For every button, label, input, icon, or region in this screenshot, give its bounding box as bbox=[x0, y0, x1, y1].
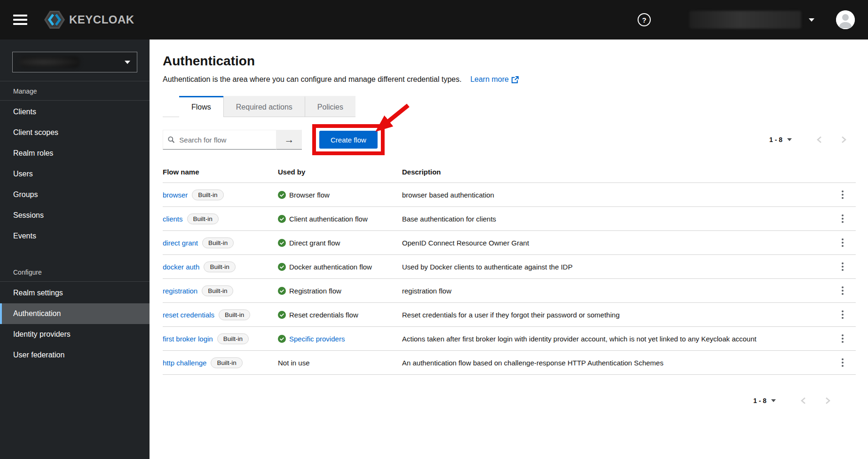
table-row-first-broker-login: first broker loginBuilt-inSpecific provi… bbox=[163, 327, 856, 351]
avatar[interactable] bbox=[836, 10, 855, 29]
flow-link[interactable]: http challenge bbox=[163, 359, 206, 367]
flow-link[interactable]: direct grant bbox=[163, 239, 198, 247]
user-avatar-icon bbox=[836, 10, 855, 29]
flow-link[interactable]: clients bbox=[163, 215, 183, 223]
learn-more-link[interactable]: Learn more bbox=[470, 75, 519, 84]
actions-cell bbox=[829, 356, 856, 369]
used-by-cell: Not in use bbox=[278, 359, 402, 367]
built-in-badge: Built-in bbox=[211, 357, 242, 368]
table-header: Flow name Used by Description bbox=[163, 161, 856, 183]
help-icon[interactable]: ? bbox=[638, 13, 651, 26]
pagination-top: 1 - 8 bbox=[766, 135, 856, 144]
sidebar-item-groups[interactable]: Groups bbox=[0, 184, 150, 205]
brand-text: KEYCLOAK bbox=[69, 13, 134, 26]
chevron-down-icon bbox=[787, 138, 792, 141]
sidebar-nav: ManageClientsClient scopesRealm rolesUse… bbox=[0, 81, 150, 365]
chevron-right-icon bbox=[841, 136, 847, 143]
pagination-range-dropdown[interactable]: 1 - 8 bbox=[766, 135, 795, 144]
pagination-range: 1 - 8 bbox=[753, 397, 766, 404]
sidebar-item-client-scopes[interactable]: Client scopes bbox=[0, 122, 150, 143]
flow-link[interactable]: first broker login bbox=[163, 335, 213, 343]
pagination-nav bbox=[791, 397, 840, 404]
used-by-cell: Reset credentials flow bbox=[278, 311, 402, 319]
used-by-cell: Docker authentication flow bbox=[278, 263, 402, 271]
used-by-link[interactable]: Specific providers bbox=[289, 335, 345, 343]
built-in-badge: Built-in bbox=[219, 309, 250, 320]
search-group: → bbox=[163, 130, 302, 150]
tab-flows[interactable]: Flows bbox=[179, 96, 223, 117]
flow-name-cell: direct grantBuilt-in bbox=[163, 237, 278, 248]
success-check-icon bbox=[278, 215, 286, 223]
column-used-by: Used by bbox=[278, 168, 402, 176]
sidebar-item-users[interactable]: Users bbox=[0, 164, 150, 184]
row-kebab-menu[interactable] bbox=[838, 237, 847, 249]
description-cell: Used by Docker clients to authenticate a… bbox=[402, 263, 829, 271]
success-check-icon bbox=[278, 191, 286, 199]
row-kebab-menu[interactable] bbox=[838, 189, 847, 201]
sidebar-item-realm-settings[interactable]: Realm settings bbox=[0, 283, 150, 303]
keycloak-logo[interactable]: KEYCLOAK bbox=[44, 11, 134, 29]
sidebar-item-events[interactable]: Events bbox=[0, 226, 150, 246]
row-kebab-menu[interactable] bbox=[838, 309, 847, 321]
realm-selector[interactable] bbox=[12, 52, 137, 72]
next-page-button[interactable] bbox=[831, 136, 856, 143]
pagination-bottom-wrap: 1 - 8 bbox=[163, 396, 856, 405]
flow-link[interactable]: docker auth bbox=[163, 263, 199, 271]
row-kebab-menu[interactable] bbox=[838, 261, 847, 273]
row-kebab-menu[interactable] bbox=[838, 213, 847, 225]
row-kebab-menu[interactable] bbox=[838, 285, 847, 297]
nav-toggle-icon[interactable] bbox=[13, 15, 27, 25]
success-check-icon bbox=[278, 335, 286, 343]
previous-page-button[interactable] bbox=[807, 136, 831, 143]
flow-link[interactable]: browser bbox=[163, 191, 188, 199]
used-by-text: Docker authentication flow bbox=[289, 263, 372, 271]
previous-page-button[interactable] bbox=[791, 397, 815, 404]
table-row-reset-credentials: reset credentialsBuilt-inReset credentia… bbox=[163, 303, 856, 327]
used-by-text: Client authentication flow bbox=[289, 215, 368, 223]
user-menu[interactable] bbox=[687, 10, 817, 29]
flow-name-cell: clientsBuilt-in bbox=[163, 214, 278, 224]
built-in-badge: Built-in bbox=[202, 285, 233, 296]
sidebar: ManageClientsClient scopesRealm rolesUse… bbox=[0, 40, 150, 459]
sidebar-item-user-federation[interactable]: User federation bbox=[0, 345, 150, 365]
used-by-cell: Specific providers bbox=[278, 335, 402, 343]
sidebar-item-sessions[interactable]: Sessions bbox=[0, 205, 150, 226]
nav-section-manage: Manage bbox=[0, 81, 150, 101]
sidebar-item-realm-roles[interactable]: Realm roles bbox=[0, 143, 150, 164]
used-by-cell: Registration flow bbox=[278, 287, 402, 295]
used-by-text: Direct grant flow bbox=[289, 239, 340, 247]
description-cell: Actions taken after first broker login w… bbox=[402, 335, 829, 343]
row-kebab-menu[interactable] bbox=[838, 332, 847, 345]
pagination-range-dropdown[interactable]: 1 - 8 bbox=[750, 396, 779, 405]
sidebar-item-clients[interactable]: Clients bbox=[0, 102, 150, 122]
keycloak-hexagon-icon bbox=[44, 11, 65, 29]
flow-name-cell: browserBuilt-in bbox=[163, 190, 278, 200]
built-in-badge: Built-in bbox=[187, 214, 219, 224]
row-kebab-menu[interactable] bbox=[838, 356, 847, 369]
search-submit-button[interactable]: → bbox=[276, 130, 302, 150]
tab-bar: FlowsRequired actionsPolicies bbox=[163, 96, 355, 117]
next-page-button[interactable] bbox=[815, 397, 840, 404]
external-link-icon bbox=[512, 76, 519, 83]
table-row-browser: browserBuilt-inBrowser flowbrowser based… bbox=[163, 183, 856, 207]
flows-toolbar: → Create flow 1 - 8 bbox=[163, 123, 856, 157]
search-input-wrap bbox=[163, 130, 276, 150]
page-description: Authentication is the area where you can… bbox=[163, 75, 856, 84]
column-description: Description bbox=[402, 168, 829, 176]
used-by-cell: Browser flow bbox=[278, 191, 402, 199]
redacted-username bbox=[689, 11, 801, 29]
built-in-badge: Built-in bbox=[204, 261, 235, 272]
flow-link[interactable]: reset credentials bbox=[163, 311, 214, 319]
tab-policies[interactable]: Policies bbox=[305, 96, 355, 117]
flow-link[interactable]: registration bbox=[163, 287, 197, 295]
chevron-down-icon bbox=[125, 61, 130, 64]
description-cell: Base authentication for clients bbox=[402, 215, 829, 223]
actions-cell bbox=[829, 309, 856, 321]
search-input[interactable] bbox=[178, 135, 271, 144]
sidebar-item-authentication[interactable]: Authentication bbox=[0, 303, 150, 324]
sidebar-item-identity-providers[interactable]: Identity providers bbox=[0, 324, 150, 345]
create-flow-button[interactable]: Create flow bbox=[319, 131, 378, 149]
actions-cell bbox=[829, 332, 856, 345]
tab-required-actions[interactable]: Required actions bbox=[223, 96, 305, 117]
app-header: KEYCLOAK ? bbox=[0, 0, 868, 40]
